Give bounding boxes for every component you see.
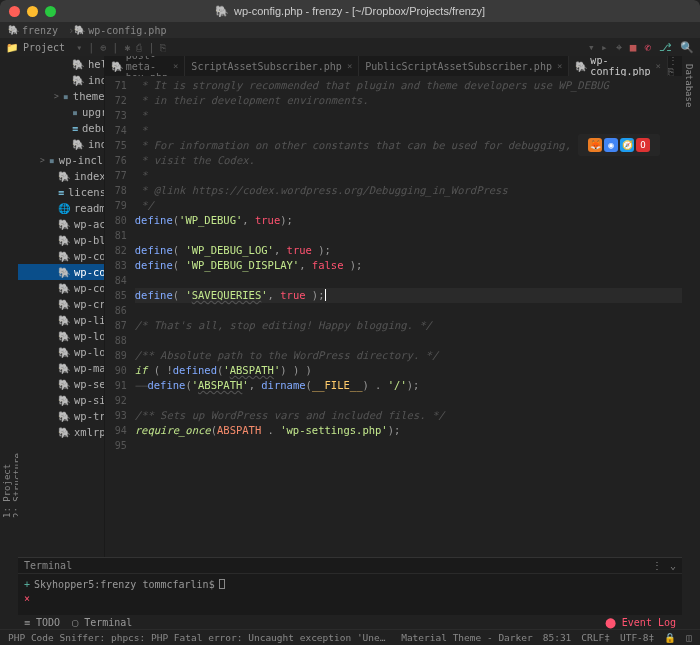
tree-item-label: index.php xyxy=(74,170,105,182)
php-icon: 🐘 xyxy=(58,427,70,438)
code-line[interactable]: * It is strongly recommended that plugin… xyxy=(135,78,682,93)
editor-tab[interactable]: PublicScriptAssetSubscriber.php× xyxy=(359,56,569,76)
tree-item[interactable]: ≡debug.log xyxy=(18,120,104,136)
code-line[interactable]: define( 'WP_DEBUG_LOG', true ); xyxy=(135,243,682,258)
tree-item-label: debug.log xyxy=(82,122,105,134)
tree-item[interactable]: >▪themes xyxy=(18,88,104,104)
code-line[interactable]: /** Absolute path to the WordPress direc… xyxy=(135,348,682,363)
php-icon: 🐘 xyxy=(58,411,70,422)
tree-item[interactable]: 🐘wp-load.php xyxy=(18,328,104,344)
phone-icon[interactable]: ✆ xyxy=(644,41,651,54)
code-line[interactable] xyxy=(135,333,682,348)
php-icon: 🐘 xyxy=(58,315,70,326)
tree-item[interactable]: 🐘wp-links-opml.php xyxy=(18,312,104,328)
code-line[interactable]: * @link https://codex.wordpress.org/Debu… xyxy=(135,183,682,198)
git-icon[interactable]: ⎇ xyxy=(659,41,672,54)
minimize-window[interactable] xyxy=(27,6,38,17)
tree-item[interactable]: 🐘wp-signup.php xyxy=(18,392,104,408)
event-log-tab[interactable]: ⬤ Event Log xyxy=(605,617,676,628)
window-title: 🐘 wp-config.php - frenzy - [~/Dropbox/Pr… xyxy=(215,5,485,18)
tree-item[interactable]: 🐘wp-blog-header.php xyxy=(18,232,104,248)
project-tree[interactable]: 🐘hello.php🐘index.php>▪themes▪upgrade≡deb… xyxy=(18,56,105,557)
search-icon[interactable]: 🔍 xyxy=(680,41,694,54)
code-line[interactable] xyxy=(135,228,682,243)
titlebar: 🐘 wp-config.php - frenzy - [~/Dropbox/Pr… xyxy=(0,0,700,22)
code-line[interactable]: /** Sets up WordPress vars and included … xyxy=(135,408,682,423)
code-line[interactable] xyxy=(135,393,682,408)
tree-item[interactable]: 🐘wp-cron.php xyxy=(18,296,104,312)
close-icon[interactable]: × xyxy=(173,61,178,71)
terminal-settings-icon[interactable]: ⋮ xyxy=(652,560,662,571)
code-line[interactable]: define( 'WP_DEBUG_DISPLAY', false ); xyxy=(135,258,682,273)
tree-item[interactable]: 🐘wp-login.php xyxy=(18,344,104,360)
tab-actions: ⋮ ⎘ xyxy=(668,56,682,76)
maximize-window[interactable] xyxy=(45,6,56,17)
debug-icon[interactable]: ⌖ xyxy=(616,41,622,54)
tree-item[interactable]: ▪upgrade xyxy=(18,104,104,120)
tree-item[interactable]: 🐘index.php xyxy=(18,168,104,184)
editor-tab[interactable]: 🐘post-meta-box.php× xyxy=(105,56,186,76)
code-line[interactable]: define('WP_DEBUG', true); xyxy=(135,213,682,228)
terminal-tab[interactable]: ▢ Terminal xyxy=(72,617,132,628)
tree-item[interactable]: 🐘wp-activate.php xyxy=(18,216,104,232)
code-line[interactable]: * in their development environments. xyxy=(135,93,682,108)
tab-label: wp-config.php xyxy=(590,56,650,76)
terminal-close-icon[interactable]: × xyxy=(24,593,30,604)
safari-icon[interactable]: 🧭 xyxy=(620,138,634,152)
tree-item[interactable]: 🐘hello.php xyxy=(18,56,104,72)
code-line[interactable]: require_once(ABSPATH . 'wp-settings.php'… xyxy=(135,423,682,438)
gutter: 7172737475767778798081828384858687888990… xyxy=(105,76,135,557)
tree-item[interactable]: 🐘xmlrpc.php xyxy=(18,424,104,440)
terminal-add-icon[interactable]: + xyxy=(24,579,30,590)
tree-item[interactable]: 🐘index.php xyxy=(18,136,104,152)
cursor-position: 85:31 xyxy=(543,632,572,643)
breadcrumb-item[interactable]: 🐘frenzy xyxy=(8,25,58,36)
code-line[interactable]: * xyxy=(135,108,682,123)
code-line[interactable]: define( 'SAVEQUERIES', true ); xyxy=(135,288,682,303)
lock-icon[interactable]: 🔒 xyxy=(664,632,676,643)
tree-item[interactable]: >▪wp-includes xyxy=(18,152,104,168)
encoding[interactable]: UTF-8‡ xyxy=(620,632,654,643)
tree-item[interactable]: 🐘wp-settings.php xyxy=(18,376,104,392)
folder-icon: 📁 xyxy=(6,42,18,53)
terminal-hide-icon[interactable]: ⌄ xyxy=(670,560,676,571)
php-icon: 🐘 xyxy=(72,139,84,150)
tree-item[interactable]: 🐘wp-config.php xyxy=(18,264,104,280)
project-tool-tab[interactable]: 1: Project xyxy=(2,64,12,518)
editor-tab[interactable]: ScriptAssetSubscriber.php× xyxy=(185,56,359,76)
tree-item[interactable]: 🐘index.php xyxy=(18,72,104,88)
close-icon[interactable]: × xyxy=(557,61,562,71)
tree-item[interactable]: 🐘wp-config-sample.php xyxy=(18,280,104,296)
code-line[interactable]: */ xyxy=(135,198,682,213)
opera-icon[interactable]: O xyxy=(636,138,650,152)
database-tool-tab[interactable]: Database xyxy=(684,64,694,188)
editor-tab[interactable]: 🐘wp-config.php× xyxy=(569,56,668,76)
status-bar: PHP Code Sniffer: phpcs: PHP Fatal error… xyxy=(0,629,700,645)
line-ending[interactable]: CRLF‡ xyxy=(581,632,610,643)
code-line[interactable]: ――define('ABSPATH', dirname(__FILE__) . … xyxy=(135,378,682,393)
tree-item[interactable]: 🌐readme.html xyxy=(18,200,104,216)
todo-tab[interactable]: ≡ TODO xyxy=(24,617,60,628)
tree-item[interactable]: 🐘wp-trackback.php xyxy=(18,408,104,424)
code-line[interactable]: * xyxy=(135,168,682,183)
theme-label[interactable]: Material Theme - Darker xyxy=(401,632,533,643)
run-toolbar: 📁 Project ▾ | ⊕ | ✱ ⎙ | ⎘ ▾ ▸ ⌖ ■ ✆ ⎇ 🔍 xyxy=(0,38,700,56)
tree-item[interactable]: ≡license.txt xyxy=(18,184,104,200)
status-message: PHP Code Sniffer: phpcs: PHP Fatal error… xyxy=(8,632,391,643)
code-line[interactable] xyxy=(135,438,682,453)
close-window[interactable] xyxy=(9,6,20,17)
close-icon[interactable]: × xyxy=(347,61,352,71)
stop-icon[interactable]: ■ xyxy=(630,41,637,54)
inspector-icon[interactable]: ◫ xyxy=(686,632,692,643)
tree-item[interactable]: 🐘wp-mail.php xyxy=(18,360,104,376)
code-line[interactable]: if ( !defined('ABSPATH') ) ) xyxy=(135,363,682,378)
firefox-icon[interactable]: 🦊 xyxy=(588,138,602,152)
code-line[interactable] xyxy=(135,273,682,288)
code-line[interactable]: /* That's all, stop editing! Happy blogg… xyxy=(135,318,682,333)
breadcrumb-item[interactable]: 🐘wp-config.php xyxy=(74,25,166,36)
run-icon[interactable]: ▾ ▸ xyxy=(588,41,608,54)
tree-item[interactable]: 🐘wp-comments-post.php xyxy=(18,248,104,264)
code-line[interactable] xyxy=(135,303,682,318)
chrome-icon[interactable]: ◉ xyxy=(604,138,618,152)
close-icon[interactable]: × xyxy=(656,61,661,71)
